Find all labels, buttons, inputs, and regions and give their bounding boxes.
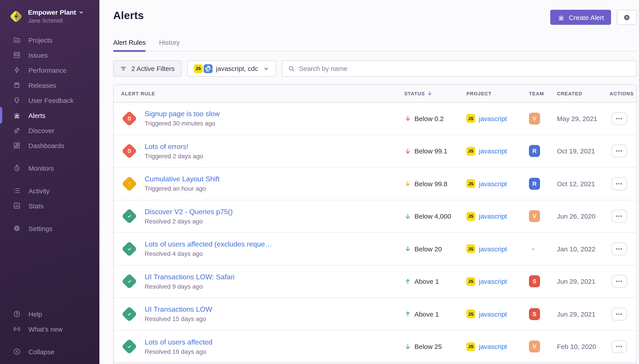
row-actions-button[interactable] xyxy=(611,275,627,288)
sidebar-item-alerts[interactable]: Alerts xyxy=(0,108,99,123)
table-footer xyxy=(114,363,636,364)
alert-rule-title-link[interactable]: Lots of users affected xyxy=(145,338,212,346)
alerts-icon xyxy=(13,111,21,119)
row-actions-button[interactable] xyxy=(611,177,627,190)
check-icon xyxy=(125,278,133,285)
project-link[interactable]: javascript xyxy=(479,343,507,350)
search-input[interactable] xyxy=(299,65,630,72)
alert-rule-subtitle: Triggered 30 minutes ago xyxy=(145,120,220,127)
row-actions-button[interactable] xyxy=(611,210,627,223)
check-icon xyxy=(125,310,133,318)
alert-rule-title-link[interactable]: UI Transactions LOW xyxy=(145,306,212,314)
alert-rule-title-link[interactable]: Lots of users affected (excludes reque… xyxy=(145,240,272,248)
row-actions-button[interactable] xyxy=(611,308,627,320)
project-link[interactable]: javascript xyxy=(479,180,507,188)
sidebar-item-user-feedback[interactable]: User Feedback xyxy=(0,93,99,108)
table-row: UI Transactions LOW: Safari Resolved 9 d… xyxy=(114,265,636,298)
row-actions-button[interactable] xyxy=(611,112,627,125)
column-header-status[interactable]: Status xyxy=(404,90,466,96)
sort-descending-icon xyxy=(427,90,432,96)
team-avatar: R xyxy=(529,178,540,190)
alert-rules-table: Alert Rule Status Project Team Created A… xyxy=(113,84,637,364)
projects-icon xyxy=(13,36,21,44)
sidebar-item-collapse[interactable]: Collapse xyxy=(0,344,99,359)
created-date: Jun 29, 2021 xyxy=(557,278,606,285)
created-date: Jun 29, 2021 xyxy=(557,310,606,318)
sidebar-item-performance[interactable]: Performance xyxy=(0,62,99,78)
sidebar-item-projects[interactable]: Projects xyxy=(0,32,99,48)
alert-rule-title-link[interactable]: Lots of errors! xyxy=(145,143,203,151)
project-link[interactable]: javascript xyxy=(479,278,507,285)
sidebar-item-releases[interactable]: Releases xyxy=(0,78,99,93)
arrow-down-icon xyxy=(404,213,411,220)
javascript-platform-icon: JS xyxy=(466,244,475,254)
created-date: Oct 12, 2021 xyxy=(557,180,606,188)
status-cell: Below 0.2 xyxy=(404,115,466,122)
create-alert-label: Create Alert xyxy=(569,14,604,21)
create-alert-button[interactable]: Create Alert xyxy=(550,10,611,25)
org-switcher[interactable]: Empower Plant Jane Schmidt xyxy=(0,0,99,24)
status-cell: Below 25 xyxy=(404,343,466,350)
row-actions-button[interactable] xyxy=(611,145,627,158)
sidebar-item-what-s-new[interactable]: What's new xyxy=(0,322,99,336)
sidebar-item-discover[interactable]: Discover xyxy=(0,123,99,138)
project-link[interactable]: javascript xyxy=(479,245,507,253)
status-label: Below 25 xyxy=(415,343,442,350)
active-filters-button[interactable]: 2 Active Filters xyxy=(113,60,181,77)
project-link[interactable]: javascript xyxy=(479,310,507,318)
sidebar-item-issues[interactable]: Issues xyxy=(0,48,99,62)
arrow-down-icon xyxy=(404,115,411,122)
created-date: May 29, 2021 xyxy=(557,115,606,122)
javascript-platform-icon: JS xyxy=(466,310,475,318)
sidebar-item-stats[interactable]: Stats xyxy=(0,198,99,213)
team-cell: S xyxy=(529,308,557,320)
org-name: Empower Plant xyxy=(28,8,76,16)
status-cell: Above 1 xyxy=(404,278,466,285)
main-content: Alerts Create Alert xyxy=(99,0,639,364)
javascript-platform-icon: JS xyxy=(466,342,475,351)
sidebar-item-help[interactable]: Help xyxy=(0,306,99,322)
sidebar-item-activity[interactable]: Activity xyxy=(0,183,99,198)
team-cell: S xyxy=(529,276,557,288)
user-name: Jane Schmidt xyxy=(28,17,84,24)
alert-rule-title-link[interactable]: UI Transactions LOW: Safari xyxy=(145,273,234,281)
sidebar-item-label: Help xyxy=(29,310,42,318)
row-actions-button[interactable] xyxy=(611,340,627,353)
project-link[interactable]: javascript xyxy=(479,148,507,155)
team-cell: V xyxy=(529,112,557,124)
sidebar-item-monitors[interactable]: Monitors xyxy=(0,160,99,176)
project-link[interactable]: javascript xyxy=(479,212,507,220)
table-row: Discover V2 - Queries p75() Resolved 2 d… xyxy=(114,200,636,233)
team-cell: V xyxy=(529,210,557,222)
created-date: Jun 26, 2020 xyxy=(557,212,606,220)
alert-settings-button[interactable] xyxy=(617,10,637,25)
sidebar-item-dashboards[interactable]: Dashboards xyxy=(0,138,99,153)
alert-rule-title-link[interactable]: Cumulative Layout Shift xyxy=(145,175,220,183)
status-label: Above 1 xyxy=(415,310,439,318)
project-filter-dropdown[interactable]: JS javascript, cdc xyxy=(187,60,276,77)
stats-icon xyxy=(13,202,21,210)
releases-icon xyxy=(13,81,21,89)
arrow-down-icon xyxy=(404,148,411,155)
chevron-down-icon xyxy=(79,10,84,14)
project-link[interactable]: javascript xyxy=(479,115,507,122)
sidebar-item-settings[interactable]: Settings xyxy=(0,221,99,236)
table-row: Signup page is too slow Triggered 30 min… xyxy=(114,102,636,135)
tab-history[interactable]: History xyxy=(159,38,180,51)
alert-rule-title-link[interactable]: Signup page is too slow xyxy=(145,110,220,118)
status-label: Above 1 xyxy=(415,278,439,285)
alert-rule-subtitle: Resolved 4 days ago xyxy=(145,250,272,257)
active-filters-label: 2 Active Filters xyxy=(131,65,175,72)
status-cell: Below 99.1 xyxy=(404,148,466,155)
tab-alert-rules[interactable]: Alert Rules xyxy=(113,38,146,51)
row-actions-button[interactable] xyxy=(611,242,627,256)
help-icon xyxy=(13,310,21,318)
alert-rule-title-link[interactable]: Discover V2 - Queries p75() xyxy=(145,208,233,216)
check-icon xyxy=(125,212,133,220)
created-date: Jan 10, 2022 xyxy=(557,245,606,253)
siren-icon xyxy=(557,14,565,21)
sidebar-item-label: Collapse xyxy=(29,348,54,355)
column-header-team: Team xyxy=(529,91,557,96)
sidebar-item-label: Discover xyxy=(29,126,54,134)
javascript-platform-icon: JS xyxy=(466,179,475,188)
